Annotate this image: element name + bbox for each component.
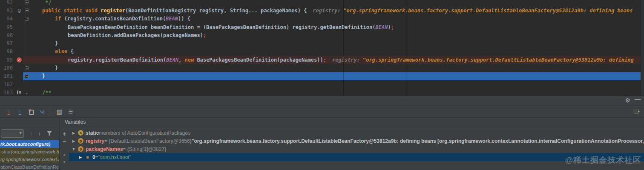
run-to-cursor-icon: ↘I: [39, 109, 45, 114]
expand-arrow-icon[interactable]: ▶: [78, 155, 83, 159]
code-line-102[interactable]: 102: [0, 80, 644, 88]
fold-marker[interactable]: [24, 66, 29, 70]
frames-pane: ↑ ↓ rk.boot.autoconfigure)istrar (org.sp…: [0, 117, 60, 170]
expand-arrow-icon[interactable]: ▶: [71, 131, 77, 135]
code-line-93[interactable]: 93@public static void register(BeanDefin…: [0, 6, 644, 14]
layout-settings-button[interactable]: ◫ ▾: [633, 108, 640, 113]
filter-frames-icon[interactable]: [47, 131, 52, 136]
frames-controls: ↑ ↓: [0, 128, 59, 139]
code-line-99[interactable]: 99✓registry.registerBeanDefinition(BEAN,…: [0, 56, 644, 64]
debug-panel-header: ⚙ —: [0, 96, 644, 106]
margin-guide-1: [343, 0, 344, 96]
code-text: public static void register(BeanDefiniti…: [29, 8, 633, 14]
collapse-arrow-icon[interactable]: ▼: [71, 147, 77, 151]
line-number[interactable]: 98: [0, 48, 14, 54]
frame-row[interactable]: istrar (org.springframework.b: [0, 148, 59, 156]
param-variable-icon: p: [78, 138, 83, 144]
breakpoint-icon[interactable]: ✓: [14, 57, 24, 62]
fold-marker[interactable]: [24, 74, 29, 78]
code-text: registry.registerBeanDefinition(BEAN, ne…: [29, 57, 634, 63]
variable-row[interactable]: ▶sstatic members of AutoConfigurationPac…: [69, 129, 644, 137]
line-number[interactable]: 97: [0, 40, 14, 46]
code-text: beanDefinition.addBasePackages(packageNa…: [29, 32, 206, 38]
settings-lines-icon: ☰: [69, 109, 73, 115]
expand-arrow-icon[interactable]: ▶: [71, 139, 77, 143]
variables-tree: ▶sstatic members of AutoConfigurationPac…: [69, 127, 644, 170]
variable-text: "com.hsf.boot": [98, 154, 131, 160]
code-line-103[interactable]: 103≡⌄/**: [0, 88, 644, 96]
variable-text: =: [95, 154, 98, 160]
line-number[interactable]: 101: [0, 73, 14, 79]
code-line-100[interactable]: 100}: [0, 64, 644, 72]
remove-watch-button[interactable]: −: [63, 138, 66, 145]
debug-tool-window: ⚙ — ↓ ↑ ✕ ↘I ▦ ☰: [0, 96, 644, 170]
scroll-down-button[interactable]: ▼: [63, 158, 66, 166]
line-number[interactable]: 102: [0, 82, 14, 88]
force-step-into-button[interactable]: ↓: [3, 107, 14, 116]
line-number[interactable]: 103: [0, 90, 14, 96]
fold-marker[interactable]: [24, 17, 29, 21]
line-number[interactable]: 96: [0, 32, 14, 38]
code-line-97[interactable]: 97}: [0, 39, 644, 47]
code-line-101[interactable]: 101}: [0, 72, 644, 80]
code-text: /**: [29, 90, 52, 96]
debug-panel-content: ↑ ↓ rk.boot.autoconfigure)istrar (org.sp…: [0, 117, 644, 170]
frames-list: rk.boot.autoconfigure)istrar (org.spring…: [0, 140, 59, 170]
code-editor[interactable]: 92 */93@public static void register(Bean…: [0, 0, 644, 96]
inline-debugger-hint: registry:"org.springframework.beans.fact…: [313, 8, 632, 14]
code-line-95[interactable]: 95BasePackagesBeanDefinition beanDefinit…: [0, 23, 644, 31]
gear-icon[interactable]: ⚙: [625, 97, 630, 104]
variable-row[interactable]: ▼ppackageNames = {String[1]@3827}: [69, 145, 644, 153]
inline-debugger-hint: registry:"org.springframework.beans.fact…: [332, 57, 634, 63]
code-text: if (registry.containsBeanDefinition(BEAN…: [29, 16, 190, 22]
code-line-92[interactable]: 92 */: [0, 0, 644, 6]
fold-marker[interactable]: [24, 8, 29, 12]
code-line-94[interactable]: 94if (registry.containsBeanDefinition(BE…: [0, 15, 644, 23]
previous-frame-button[interactable]: ↑: [30, 130, 33, 136]
line-number[interactable]: 94: [0, 16, 14, 22]
debugger-settings-button[interactable]: ☰: [65, 107, 76, 116]
scroll-up-button[interactable]: ▲: [63, 150, 66, 158]
variable-text: registry: [86, 138, 104, 144]
param-variable-icon: p: [78, 146, 83, 152]
code-text: }: [29, 73, 45, 79]
variable-row[interactable]: ▶pregistry = {DefaultListableBeanFactory…: [69, 137, 644, 145]
variable-text: "org.springframework.beans.factory.suppo…: [192, 138, 644, 144]
variable-text: 0: [92, 154, 95, 160]
frame-row[interactable]: rk.boot.autoconfigure): [0, 140, 59, 148]
line-number[interactable]: 92: [0, 0, 14, 6]
line-number[interactable]: 93: [0, 8, 14, 14]
hide-panel-icon[interactable]: —: [635, 96, 641, 103]
variable-text: static: [86, 130, 99, 136]
watermark: @稀土掘金技术社区: [565, 155, 641, 166]
drop-frame-button[interactable]: ✕: [26, 107, 36, 116]
thread-combobox[interactable]: [1, 129, 24, 138]
frame-row[interactable]: ationClassBeanDefinitionRea: [0, 163, 59, 170]
step-out-button[interactable]: ↑: [14, 107, 25, 116]
run-to-cursor-button[interactable]: ↘I: [37, 107, 47, 116]
code-line-98[interactable]: 98else {: [0, 48, 644, 56]
line-number[interactable]: 100: [0, 65, 14, 71]
array-variable-icon: ≡: [85, 155, 90, 160]
calculator-icon: ▦: [56, 108, 62, 115]
editor-scrollbar-stripe[interactable]: [641, 0, 644, 96]
variable-row[interactable]: ▶≡0 = "com.hsf.boot": [69, 153, 644, 161]
add-watch-button[interactable]: +: [63, 130, 66, 138]
frame-row[interactable]: rg.springframework.context.a: [0, 156, 59, 163]
line-number[interactable]: 95: [0, 24, 14, 30]
fold-marker[interactable]: ⌄: [24, 91, 29, 95]
next-frame-button[interactable]: ↓: [38, 130, 41, 136]
evaluate-expression-button[interactable]: ▦: [54, 107, 65, 116]
variables-header: Variables: [60, 117, 644, 127]
code-line-96[interactable]: 96beanDefinition.addBasePackages(package…: [0, 31, 644, 39]
bookmark-gutter-icon[interactable]: ≡: [14, 91, 24, 94]
code-text: else {: [29, 48, 73, 54]
fold-marker[interactable]: [24, 0, 29, 4]
chevron-down-icon: ▾: [638, 110, 640, 113]
annotation-gutter-icon[interactable]: @: [14, 8, 24, 13]
force-step-into-icon: ↓: [8, 108, 10, 115]
margin-guide-2: [406, 0, 406, 96]
variable-text: = {String[1]@3827}: [123, 146, 166, 152]
ide-debug-window: 92 */93@public static void register(Bean…: [0, 0, 644, 170]
line-number[interactable]: 99: [0, 57, 14, 63]
